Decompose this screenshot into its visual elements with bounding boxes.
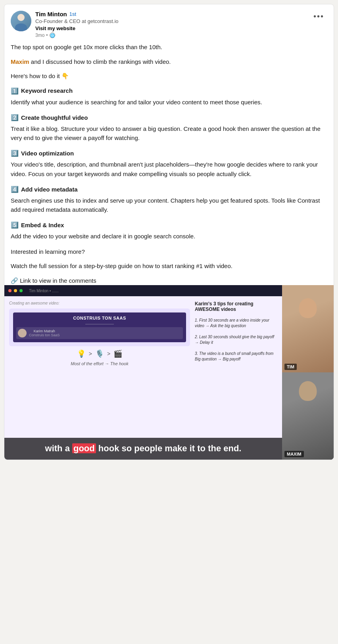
tim-label: TIM xyxy=(284,364,297,370)
hook-label: Most of the effort → The hook xyxy=(9,361,190,366)
maximize-dot xyxy=(19,289,23,292)
video-slide-content: Creating an awesome video: CONSTRUIS TON… xyxy=(4,296,282,460)
step-4: 4️⃣ Add video metadata Search engines us… xyxy=(11,185,327,215)
slide-screen-title: CONSTRUIS TON SAAS xyxy=(16,316,183,320)
post-body: The top spot on google get 10x more clic… xyxy=(11,43,327,285)
intro-line-2: Maxim and I discussed how to climb the r… xyxy=(11,58,327,67)
step-4-emoji: 4️⃣ xyxy=(11,185,19,194)
video-thumbnail[interactable]: Tim Minton • ...... Creating an awesome … xyxy=(4,285,334,460)
step-5: 5️⃣ Embed & Index Add the video to your … xyxy=(11,220,327,241)
tips-title: Karim's 3 tips for creating AWESOME vide… xyxy=(195,301,277,312)
lightbulb-icon: 💡 xyxy=(77,349,86,358)
author-info: Tim Minton 1st Co-Founder & CEO at getco… xyxy=(11,11,119,38)
time-ago: 3mo xyxy=(35,33,44,38)
step-5-title: Embed & Index xyxy=(21,221,64,230)
user-details: Tim Minton 1st Co-Founder & CEO at getco… xyxy=(35,11,119,38)
arrow-2: > xyxy=(107,351,110,357)
arrow-1: > xyxy=(89,351,92,357)
slide-profile: Karim Matrah Construis ton SaaS xyxy=(16,327,183,339)
step-2-title: Create thoughtful video xyxy=(21,113,88,123)
link-text[interactable]: 🔗 Link to view in the comments xyxy=(11,276,96,286)
presenter-maxim: MAXIM xyxy=(282,372,334,460)
profile-name: Karim Matrah xyxy=(29,329,60,333)
creating-label: Creating an awesome video: xyxy=(9,301,190,305)
profile-sub: Construis ton SaaS xyxy=(29,333,60,337)
minimize-dot xyxy=(14,289,17,292)
visit-website-link[interactable]: Visit my website xyxy=(35,25,119,31)
presenter-tim: TIM xyxy=(282,285,334,372)
more-options-button[interactable]: ••• xyxy=(310,11,327,22)
step-1-title: Keyword research xyxy=(21,86,73,96)
globe-icon: 🌐 xyxy=(50,33,55,38)
step-3-emoji: 3️⃣ xyxy=(11,149,19,158)
step-1: 1️⃣ Keyword research Identify what your … xyxy=(11,86,327,107)
intro-line-1: The top spot on google get 10x more clic… xyxy=(11,43,327,52)
step-1-desc: Identify what your audience is searching… xyxy=(11,98,327,107)
step-4-title: Add video metadata xyxy=(21,185,78,194)
slide-avatar xyxy=(18,329,27,337)
tip-3: 3. The video is a bunch of small payoffs… xyxy=(195,351,277,362)
cta-2: Watch the full session for a step-by-ste… xyxy=(11,262,327,271)
step-3-desc: Your video's title, description, and thu… xyxy=(11,160,327,178)
tip-2: 2. Last 30 seconds should give the big p… xyxy=(195,334,277,345)
step-2: 2️⃣ Create thoughtful video Treat it lik… xyxy=(11,113,327,143)
maxim-label: MAXIM xyxy=(284,451,304,457)
slide-subtitle: ————————— xyxy=(16,322,183,326)
intro-line-3: Here's how to do it 👇 xyxy=(11,72,327,81)
slide-left-panel: Creating an awesome video: CONSTRUIS TON… xyxy=(4,296,195,460)
step-2-desc: Treat it like a blog. Structure your vid… xyxy=(11,124,327,143)
step-1-emoji: 1️⃣ xyxy=(11,86,19,96)
step-3: 3️⃣ Video optimization Your video's titl… xyxy=(11,149,327,178)
subtitle-highlight: good xyxy=(72,443,96,453)
step-4-desc: Search engines use this to index and ser… xyxy=(11,196,327,215)
cta-1: Interested in learning more? xyxy=(11,247,327,257)
step-3-title: Video optimization xyxy=(21,149,74,158)
author-name[interactable]: Tim Minton xyxy=(35,11,67,17)
mention-link[interactable]: Maxim xyxy=(11,58,29,65)
comments-link[interactable]: 🔗 Link to view in the comments xyxy=(11,276,327,286)
avatar[interactable] xyxy=(11,11,31,31)
connection-badge: 1st xyxy=(69,11,76,17)
step-2-emoji: 2️⃣ xyxy=(11,113,19,123)
step-5-emoji: 5️⃣ xyxy=(11,220,19,230)
window-chrome: Tim Minton • ...... xyxy=(4,285,282,296)
subtitle-pre: with a xyxy=(45,443,72,453)
intro2-post: and I discussed how to climb the ranking… xyxy=(29,58,171,65)
slide-screen: CONSTRUIS TON SAAS ————————— Karim Matra… xyxy=(13,312,186,342)
tim-face xyxy=(282,285,334,372)
separator: • xyxy=(46,33,48,38)
video-subtitle: with a good hook so people make it to th… xyxy=(4,438,282,460)
slide-right-panel: Karim's 3 tips for creating AWESOME vide… xyxy=(195,296,282,460)
video-main-area: Tim Minton • ...... Creating an awesome … xyxy=(4,285,282,460)
mic-icon: 🎙️ xyxy=(95,349,104,358)
subtitle-post: hook so people make it to the end. xyxy=(96,443,242,453)
presenter-sidebar: TIM MAXIM xyxy=(282,285,334,460)
maxim-face xyxy=(282,372,334,460)
close-dot xyxy=(8,289,12,292)
screen-mockup: CONSTRUIS TON SAAS ————————— Karim Matra… xyxy=(9,309,190,346)
post-meta: 3mo • 🌐 xyxy=(35,33,119,38)
camera-icon: 🎬 xyxy=(113,349,122,358)
post-header: Tim Minton 1st Co-Founder & CEO at getco… xyxy=(11,11,327,38)
window-title-bar: Tim Minton • ...... xyxy=(29,289,59,293)
author-title: Co-Founder & CEO at getcontrast.io xyxy=(35,18,119,25)
tip-1: 1. First 30 seconds are a video inside y… xyxy=(195,318,277,329)
post-card: Tim Minton 1st Co-Founder & CEO at getco… xyxy=(4,4,334,460)
icon-sequence: 💡 > 🎙️ > 🎬 xyxy=(9,349,190,358)
step-5-desc: Add the video to your website and declar… xyxy=(11,232,327,241)
